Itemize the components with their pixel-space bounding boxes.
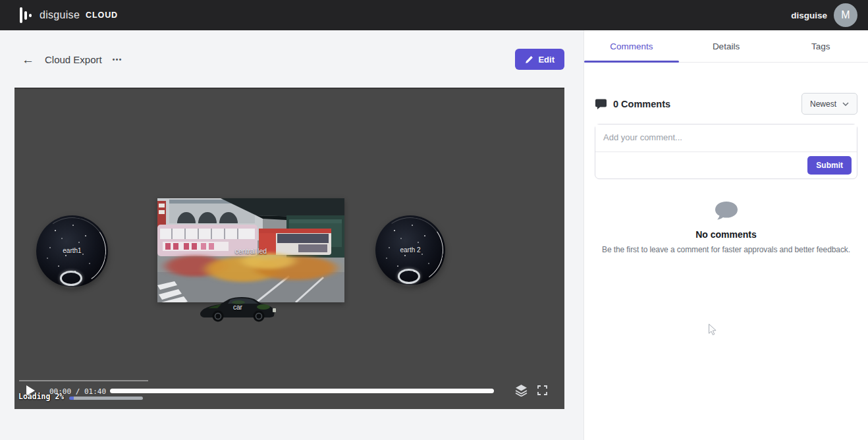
sort-dropdown[interactable]: Newest — [801, 93, 857, 115]
main-content: ← Cloud Export ••• Edit earth1 — [0, 30, 583, 440]
scene-label: earth1 — [36, 247, 108, 254]
scene-central-led-screen: central led — [157, 198, 344, 302]
empty-comment-bubble-icon — [714, 201, 739, 221]
scene-sphere-earth1: earth1 — [36, 215, 108, 287]
street-footage-image — [157, 198, 344, 302]
comment-input[interactable] — [595, 124, 857, 151]
sort-dropdown-label: Newest — [810, 99, 836, 109]
composer-footer: Submit — [595, 151, 857, 179]
content-header: ← Cloud Export ••• Edit — [20, 49, 564, 70]
side-panel: Comments Details Tags 0 Comments Newest — [583, 30, 868, 440]
tab-details[interactable]: Details — [679, 30, 774, 62]
comment-composer: Submit — [595, 124, 857, 179]
comments-count: 0 Comments — [613, 99, 670, 109]
submit-button[interactable]: Submit — [807, 156, 852, 175]
back-button[interactable]: ← — [20, 52, 36, 67]
fullscreen-button[interactable] — [537, 385, 547, 396]
car-image — [198, 294, 278, 323]
disguise-logo-icon — [20, 7, 32, 23]
tab-tags[interactable]: Tags — [773, 30, 868, 62]
page-title: Cloud Export — [45, 54, 102, 65]
avatar[interactable]: M — [834, 3, 857, 27]
scene-sphere-earth2: earth 2 — [375, 215, 445, 285]
edit-button-label: Edit — [538, 55, 555, 65]
brand-name: disguise — [40, 9, 80, 21]
stars-texture — [36, 215, 38, 217]
loading-status: Loading 2% — [18, 392, 64, 401]
empty-state-title: No comments — [595, 229, 857, 240]
brand-suffix: CLOUD — [86, 11, 118, 20]
empty-state-subtitle: Be the first to leave a comment for fast… — [595, 245, 857, 254]
edit-button[interactable]: Edit — [515, 49, 564, 70]
seek-bar[interactable] — [110, 389, 494, 393]
user-name: disguise — [791, 11, 827, 20]
topbar: disguise CLOUD disguise M — [0, 0, 868, 30]
video-player[interactable]: earth1 — [14, 88, 564, 409]
loading-progress-bar — [69, 397, 143, 400]
comments-header: 0 Comments Newest — [595, 93, 857, 115]
brand: disguise CLOUD — [20, 7, 118, 23]
panel-tabs: Comments Details Tags — [584, 30, 868, 63]
chevron-down-icon — [842, 102, 849, 106]
comments-panel: 0 Comments Newest Submit No comme — [584, 63, 868, 440]
stars-texture — [375, 215, 377, 217]
more-options-button[interactable]: ••• — [111, 53, 124, 66]
comment-bubble-icon — [595, 98, 607, 110]
pencil-icon — [525, 55, 533, 64]
tab-comments[interactable]: Comments — [584, 30, 679, 62]
user-menu: disguise M — [791, 3, 857, 27]
buffer-track-line — [19, 380, 148, 381]
layers-button[interactable] — [514, 384, 528, 397]
scene-label: earth 2 — [375, 246, 445, 254]
scene-car: car — [198, 294, 278, 323]
comments-empty-state: No comments Be the first to leave a comm… — [595, 201, 857, 254]
